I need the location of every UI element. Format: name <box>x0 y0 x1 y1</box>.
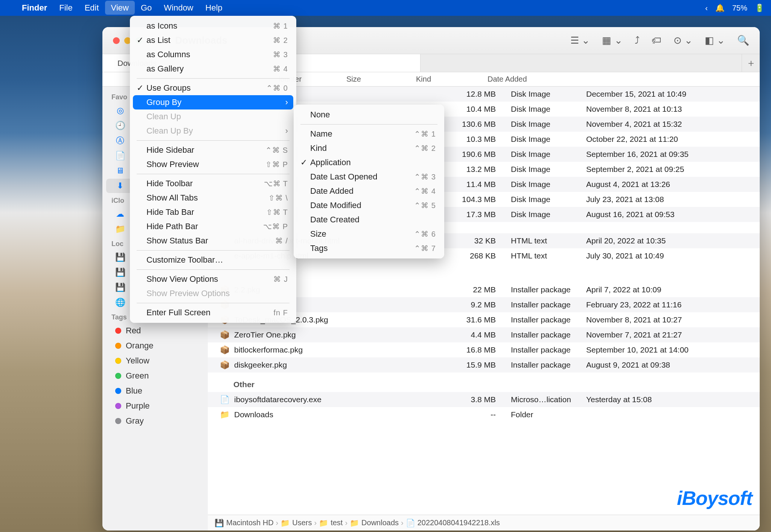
table-row[interactable]: 📦bitlockerformac.pkg16.8 MBInstaller pac… <box>208 342 760 357</box>
tags-button[interactable]: 🏷 <box>652 35 661 46</box>
menu-separator <box>137 78 290 79</box>
tag-dot-icon <box>115 358 121 364</box>
table-row[interactable]: 📦ZeroTier One.pkg4.4 MBInstaller package… <box>208 327 760 342</box>
document-icon: 📄 <box>115 151 125 161</box>
menu-item-size[interactable]: Size⌃⌘ 6 <box>297 227 441 241</box>
menubar-app[interactable]: Finder <box>16 1 53 15</box>
menu-item-show-view-options[interactable]: Show View Options⌘ J <box>133 272 293 286</box>
tag-dot-icon <box>115 388 121 394</box>
path-icon: 📁 <box>319 518 328 527</box>
shortcut: ⌘ J <box>273 275 288 284</box>
menubar-help[interactable]: Help <box>200 1 229 15</box>
network-icon: 🌐 <box>115 298 125 307</box>
menu-separator <box>300 124 437 125</box>
sidebar-tag-blue[interactable]: Blue <box>106 384 204 398</box>
menubar-window[interactable]: Window <box>158 1 199 15</box>
file-icon: 📁 <box>219 410 230 419</box>
disk-icon: 💾 <box>115 268 125 277</box>
menubar-edit[interactable]: Edit <box>79 1 105 15</box>
menu-item-as-gallery[interactable]: as Gallery⌘ 4 <box>133 62 293 76</box>
control-center-icon[interactable]: ‹ <box>705 4 708 12</box>
sidebar-tag-red[interactable]: Red <box>106 324 204 338</box>
checkmark-icon: ✓ <box>137 83 143 93</box>
shortcut: ⌃⌘ 4 <box>414 187 436 196</box>
breadcrumb-item[interactable]: 📁Downloads <box>350 518 399 527</box>
menu-item-hide-tab-bar[interactable]: Hide Tab Bar⇧⌘ T <box>133 205 293 219</box>
menu-item-hide-path-bar[interactable]: Hide Path Bar⌥⌘ P <box>133 219 293 234</box>
menu-item-as-icons[interactable]: as Icons⌘ 1 <box>133 19 293 33</box>
group-button[interactable]: ▦ ⌄ <box>602 35 622 46</box>
breadcrumb-item[interactable]: 📁Users <box>280 518 312 527</box>
menu-item-hide-toolbar[interactable]: Hide Toolbar⌥⌘ T <box>133 176 293 191</box>
table-row[interactable]: 📦diskgeeker.pkg15.9 MBInstaller packageA… <box>208 357 760 372</box>
preview-toggle[interactable]: ◧ ⌄ <box>705 35 725 46</box>
menu-item-date-modified[interactable]: Date Modified⌃⌘ 5 <box>297 198 441 213</box>
menu-item-tags[interactable]: Tags⌃⌘ 7 <box>297 241 441 255</box>
menu-item-enter-full-screen[interactable]: Enter Full Screenfn F <box>133 306 293 320</box>
table-row[interactable]: 📁Downloads--Folder <box>208 407 760 422</box>
col-size[interactable]: Size <box>343 75 413 84</box>
file-icon: 📦 <box>219 360 230 369</box>
menubar-file[interactable]: File <box>53 1 78 15</box>
menu-item-as-list[interactable]: ✓as List⌘ 2 <box>133 33 293 47</box>
menu-separator <box>137 269 290 270</box>
menu-item-date-created[interactable]: Date Created <box>297 213 441 227</box>
table-row[interactable]: 📄iboysoftdatarecovery.exe3.8 MBMicroso…l… <box>208 392 760 407</box>
menu-item-hide-sidebar[interactable]: Hide Sidebar⌃⌘ S <box>133 143 293 157</box>
col-date[interactable]: Date Added <box>485 75 760 84</box>
menu-item-application[interactable]: ✓Application <box>297 155 441 170</box>
path-icon: 📁 <box>280 518 290 527</box>
sidebar-tag-green[interactable]: Green <box>106 369 204 383</box>
notification-icon[interactable]: 🔔 <box>715 3 725 12</box>
shortcut: ⌘ 1 <box>273 21 288 30</box>
path-bar: 💾Macintosh HD›📁Users›📁test›📁Downloads›📄2… <box>208 515 760 530</box>
shortcut: ⌃⌘ 7 <box>414 244 436 253</box>
search-button[interactable]: 🔍 <box>737 35 749 46</box>
sidebar-tag-yellow[interactable]: Yellow <box>106 354 204 368</box>
breadcrumb-item[interactable]: 📁test <box>319 518 343 527</box>
sidebar-tag-orange[interactable]: Orange <box>106 339 204 353</box>
menubar-go[interactable]: Go <box>135 1 158 15</box>
menubar-view[interactable]: View <box>105 1 135 15</box>
disk-icon: 💾 <box>115 252 125 262</box>
path-icon: 📁 <box>350 518 359 527</box>
menu-item-date-added[interactable]: Date Added⌃⌘ 4 <box>297 184 441 198</box>
action-button[interactable]: ⊙ ⌄ <box>673 35 693 46</box>
share-button[interactable]: ⤴ <box>635 35 640 46</box>
menu-item-none[interactable]: None <box>297 108 441 122</box>
file-icon: 📦 <box>219 330 230 339</box>
new-tab-button[interactable]: ＋ <box>742 54 760 72</box>
disk-icon: 💾 <box>115 283 125 292</box>
checkmark-icon: ✓ <box>300 158 307 167</box>
menu-item-date-last-opened[interactable]: Date Last Opened⌃⌘ 3 <box>297 170 441 184</box>
close-button[interactable] <box>113 37 120 44</box>
menu-item-kind[interactable]: Kind⌃⌘ 2 <box>297 141 441 155</box>
apps-icon: Ⓐ <box>115 136 125 146</box>
sidebar-tag-purple[interactable]: Purple <box>106 399 204 413</box>
menu-item-show-all-tabs[interactable]: Show All Tabs⇧⌘ \ <box>133 191 293 205</box>
menu-item-name[interactable]: Name⌃⌘ 1 <box>297 127 441 141</box>
desktop-icon: 🖥 <box>115 166 125 176</box>
menu-separator <box>137 174 290 174</box>
menu-item-customize-toolbar-[interactable]: Customize Toolbar… <box>133 253 293 267</box>
battery-icon[interactable]: 🔋 <box>755 3 764 12</box>
chevron-right-icon: › <box>314 518 317 527</box>
menu-item-show-preview[interactable]: Show Preview⇧⌘ P <box>133 157 293 172</box>
view-mode-button[interactable]: ☰ ⌄ <box>570 35 590 46</box>
menu-item-group-by[interactable]: Group By› <box>133 95 293 109</box>
shortcut: ⌃⌘ S <box>265 146 288 155</box>
shortcut: ⌃⌘ 6 <box>414 230 436 239</box>
col-kind[interactable]: Kind <box>413 75 485 84</box>
breadcrumb-item[interactable]: 💾Macintosh HD <box>215 518 274 527</box>
shortcut: ⌘ 2 <box>273 36 288 45</box>
menu-item-use-groups[interactable]: ✓Use Groups⌃⌘ 0 <box>133 81 293 95</box>
watermark: iBoysoft <box>677 487 752 509</box>
menu-item-as-columns[interactable]: as Columns⌘ 3 <box>133 47 293 62</box>
group-header-other: Other <box>208 372 760 392</box>
sidebar-tag-gray[interactable]: Gray <box>106 414 204 428</box>
breadcrumb-item[interactable]: 📄20220408041942218.xls <box>406 518 500 527</box>
file-icon: 📄 <box>219 395 230 404</box>
battery-percent[interactable]: 75% <box>732 4 747 12</box>
tag-dot-icon <box>115 343 121 349</box>
menu-item-show-status-bar[interactable]: Show Status Bar⌘ / <box>133 234 293 248</box>
